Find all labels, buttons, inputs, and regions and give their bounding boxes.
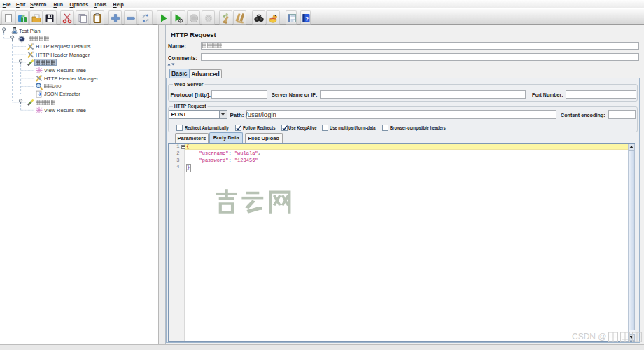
svg-text:?: ? [305, 15, 309, 22]
